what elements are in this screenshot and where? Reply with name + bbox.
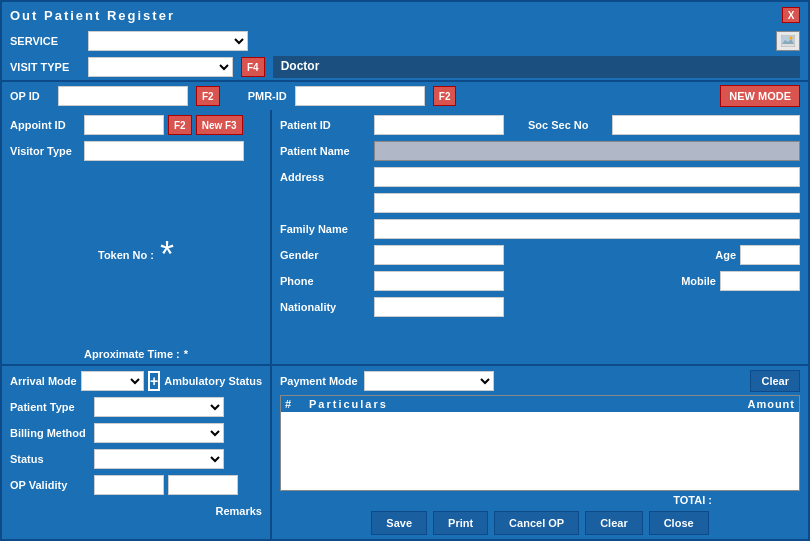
table-col-amount: Amount [725,398,795,410]
visit-type-label: VISIT TYPE [10,61,80,73]
phone-row: Phone Mobile [280,270,800,292]
main-window: Out Patient Register X SERVICE VISIT TYP… [0,0,810,541]
billing-method-row: Billing Method [10,422,262,444]
close-button[interactable]: Close [649,511,709,535]
billing-method-label: Billing Method [10,427,90,439]
window-title: Out Patient Register [10,8,175,23]
svg-point-3 [790,37,793,40]
payment-table-body [281,412,799,472]
address-label: Address [280,171,370,183]
cancel-op-button[interactable]: Cancel OP [494,511,579,535]
visitor-type-row: Visitor Type [10,140,262,162]
patient-name-input[interactable] [374,141,800,161]
payment-mode-row: Payment Mode Clear [280,370,800,392]
family-name-row: Family Name [280,218,800,240]
action-buttons: Save Print Cancel OP Clear Close [280,511,800,535]
mobile-input[interactable] [720,271,800,291]
arrival-mode-row: Arrival Mode + Ambulatory Status [10,370,262,392]
mobile-label: Mobile [656,275,716,287]
bottom-section: Arrival Mode + Ambulatory Status Patient… [2,364,808,539]
visit-type-select[interactable] [88,57,233,77]
appoint-id-label: Appoint ID [10,119,80,131]
address-row-2 [280,192,800,214]
age-input[interactable] [740,245,800,265]
address-row: Address [280,166,800,188]
left-panel: Appoint ID F2 New F3 Visitor Type Token … [2,110,272,364]
title-bar: Out Patient Register X [2,2,808,28]
bottom-left: Arrival Mode + Ambulatory Status Patient… [2,366,272,539]
appoint-f2-button[interactable]: F2 [168,115,192,135]
phone-label: Phone [280,275,370,287]
pmr-id-input[interactable] [295,86,425,106]
patient-name-label: Patient Name [280,145,370,157]
total-label: TOTAI : [673,494,712,506]
nationality-row: Nationality [280,296,800,318]
status-row: Status [10,448,262,470]
new-f3-button[interactable]: New F3 [196,115,243,135]
soc-sec-no-label: Soc Sec No [528,119,608,131]
doctor-bar: Doctor [273,56,800,78]
patient-id-input[interactable] [374,115,504,135]
phone-input[interactable] [374,271,504,291]
family-name-input[interactable] [374,219,800,239]
f4-button[interactable]: F4 [241,57,265,77]
clear-button[interactable]: Clear [585,511,643,535]
status-select[interactable] [94,449,224,469]
right-panel: Patient ID Soc Sec No Patient Name Addre… [272,110,808,364]
nationality-label: Nationality [280,301,370,313]
soc-sec-no-input[interactable] [612,115,800,135]
token-no-label: Token No : [98,249,154,261]
visitor-type-input[interactable] [84,141,244,161]
gender-input[interactable] [374,245,504,265]
payment-table: # Particulars Amount [280,395,800,491]
address-input[interactable] [374,167,800,187]
op-validity-input-2[interactable] [168,475,238,495]
op-validity-row: OP Validity [10,474,262,496]
nationality-input[interactable] [374,297,504,317]
gender-label: Gender [280,249,370,261]
patient-id-label: Patient ID [280,119,370,131]
remarks-row: Remarks [10,500,262,522]
clear-payment-button[interactable]: Clear [750,370,800,392]
table-col-particulars: Particulars [309,398,725,410]
image-icon[interactable] [776,31,800,51]
payment-mode-select[interactable] [364,371,494,391]
payment-table-header: # Particulars Amount [281,396,799,412]
visitor-type-label: Visitor Type [10,145,80,157]
billing-method-select[interactable] [94,423,224,443]
approx-time-row: Aproximate Time : * [10,348,262,360]
bottom-right: Payment Mode Clear # Particulars Amount … [272,366,808,539]
age-label: Age [676,249,736,261]
appoint-id-row: Appoint ID F2 New F3 [10,114,262,136]
family-name-label: Family Name [280,223,370,235]
total-row: TOTAI : [280,494,800,506]
approx-time-label: Aproximate Time : [84,348,180,360]
arrival-mode-label: Arrival Mode [10,375,77,387]
pmr-id-f2-button[interactable]: F2 [433,86,457,106]
pmr-id-label: PMR-ID [248,90,287,102]
appoint-id-input[interactable] [84,115,164,135]
arrival-mode-select[interactable] [81,371,144,391]
op-id-label: OP ID [10,90,50,102]
table-col-hash: # [285,398,309,410]
op-validity-input-1[interactable] [94,475,164,495]
remarks-label: Remarks [182,505,262,517]
plus-button[interactable]: + [148,371,160,391]
save-button[interactable]: Save [371,511,427,535]
ambulatory-status-label: Ambulatory Status [164,375,262,387]
service-select[interactable] [88,31,248,51]
address-input-2[interactable] [374,193,800,213]
status-label: Status [10,453,90,465]
print-button[interactable]: Print [433,511,488,535]
op-id-input[interactable] [58,86,188,106]
op-id-f2-button[interactable]: F2 [196,86,220,106]
patient-type-label: Patient Type [10,401,90,413]
new-mode-button[interactable]: NEW MODE [720,85,800,107]
payment-mode-label: Payment Mode [280,375,358,387]
token-star: * [160,234,174,276]
token-area: Token No : * [10,166,262,344]
close-window-button[interactable]: X [782,7,800,23]
gender-row: Gender Age [280,244,800,266]
patient-id-row: Patient ID Soc Sec No [280,114,800,136]
patient-type-select[interactable] [94,397,224,417]
